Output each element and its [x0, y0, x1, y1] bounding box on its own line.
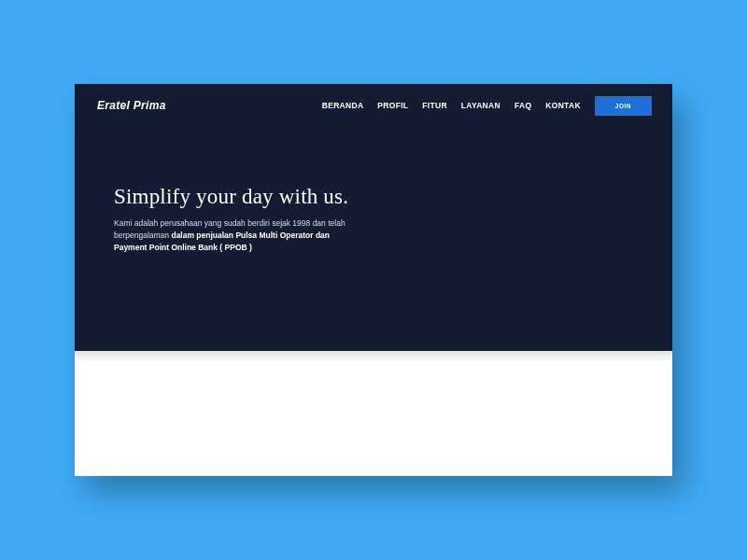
brand-logo[interactable]: Eratel Prima [97, 99, 166, 112]
hero-section: Eratel Prima BERANDA PROFIL FITUR LAYANA… [75, 84, 672, 351]
nav-link-profil[interactable]: PROFIL [377, 101, 408, 110]
join-button[interactable]: JOIN [595, 96, 652, 116]
navbar: Eratel Prima BERANDA PROFIL FITUR LAYANA… [75, 84, 672, 127]
nav-link-layanan[interactable]: LAYANAN [461, 101, 500, 110]
nav-right: BERANDA PROFIL FITUR LAYANAN FAQ KONTAK … [322, 96, 652, 116]
nav-link-fitur[interactable]: FITUR [422, 101, 447, 110]
nav-link-kontak[interactable]: KONTAK [545, 101, 581, 110]
nav-links: BERANDA PROFIL FITUR LAYANAN FAQ KONTAK [322, 101, 581, 110]
hero-title: Simplify your day with us. [114, 185, 374, 209]
hero-bottom-shadow [75, 351, 672, 362]
hero-subtitle: Kami adalah perusahaan yang sudah berdir… [114, 217, 361, 255]
hero-content: Simplify your day with us. Kami adalah p… [75, 127, 374, 255]
nav-link-faq[interactable]: FAQ [514, 101, 531, 110]
nav-link-beranda[interactable]: BERANDA [322, 101, 364, 110]
browser-card: Eratel Prima BERANDA PROFIL FITUR LAYANA… [75, 84, 672, 476]
content-below-fold [75, 362, 672, 476]
